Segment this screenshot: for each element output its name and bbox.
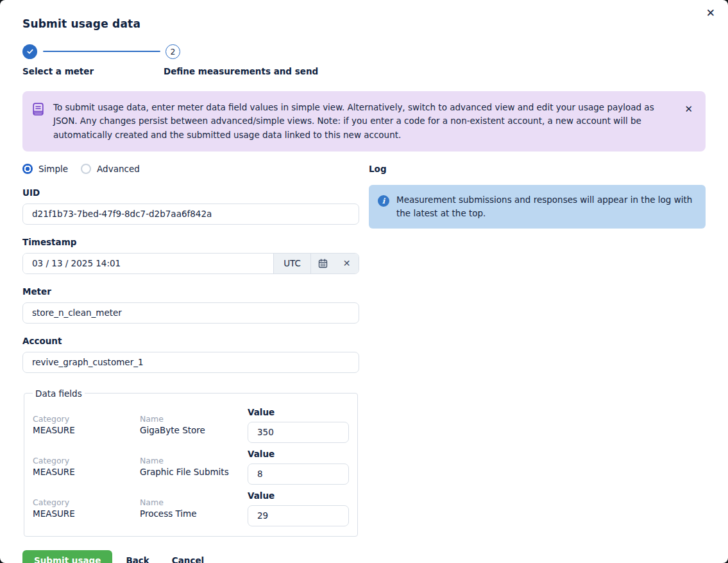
timestamp-field-group: Timestamp UTC xyxy=(22,237,359,274)
name-value: Graphic File Submits xyxy=(140,467,248,477)
cancel-button[interactable]: Cancel xyxy=(163,550,213,563)
log-info-alert: i Measurement submissions and responses … xyxy=(369,185,706,229)
timestamp-suffix: UTC ✕ xyxy=(273,254,359,273)
value-input[interactable] xyxy=(248,505,349,526)
banner-close-icon[interactable]: ✕ xyxy=(682,102,695,117)
value-label: Value xyxy=(248,407,349,417)
radio-advanced[interactable]: Advanced xyxy=(81,164,140,174)
info-banner: To submit usage data, enter meter data f… xyxy=(22,91,706,152)
radio-unselected-icon[interactable] xyxy=(81,164,91,174)
category-cell: Category MEASURE xyxy=(33,414,140,435)
category-value: MEASURE xyxy=(33,508,140,519)
uid-input[interactable] xyxy=(22,204,359,225)
timestamp-input[interactable] xyxy=(23,254,273,273)
page-title: Submit usage data xyxy=(22,0,706,30)
meter-input[interactable] xyxy=(22,302,359,324)
category-label: Category xyxy=(33,498,140,507)
value-cell: Value xyxy=(248,449,349,485)
back-button[interactable]: Back xyxy=(117,550,158,563)
clear-timestamp-icon[interactable]: ✕ xyxy=(335,254,359,273)
category-label: Category xyxy=(33,414,140,424)
submit-usage-button[interactable]: Submit usage xyxy=(22,550,112,563)
category-cell: Category MEASURE xyxy=(33,498,140,519)
value-label: Value xyxy=(248,449,349,459)
value-label: Value xyxy=(248,490,349,501)
view-toggle: Simple Advanced xyxy=(22,162,359,175)
data-field-row: Category MEASURE Name Process Time Value xyxy=(33,490,349,526)
log-column: Log i Measurement submissions and respon… xyxy=(369,162,706,563)
uid-field-group: UID xyxy=(22,187,359,225)
step-2-label: Define measurements and send xyxy=(164,66,318,76)
category-value: MEASURE xyxy=(33,425,140,435)
meter-field-group: Meter xyxy=(22,286,359,324)
category-value: MEASURE xyxy=(33,467,140,477)
timestamp-composite: UTC ✕ xyxy=(22,253,359,274)
account-label: Account xyxy=(22,336,359,346)
name-label: Name xyxy=(140,498,248,507)
step-1-label: Select a meter xyxy=(22,66,164,76)
data-fields-legend: Data fields xyxy=(33,388,85,399)
timezone-selector[interactable]: UTC xyxy=(274,254,310,273)
stepper: 2 xyxy=(22,44,706,59)
log-info-text: Measurement submissions and responses wi… xyxy=(396,193,697,220)
stepper-connector xyxy=(43,51,160,52)
timestamp-label: Timestamp xyxy=(22,237,359,247)
name-label: Name xyxy=(140,456,248,465)
radio-selected-icon[interactable] xyxy=(22,164,33,174)
data-field-row: Category MEASURE Name Graphic File Submi… xyxy=(33,449,349,485)
data-field-row: Category MEASURE Name GigaByte Store Val… xyxy=(33,407,349,443)
name-label: Name xyxy=(140,414,248,424)
name-cell: Name GigaByte Store xyxy=(140,414,248,435)
category-cell: Category MEASURE xyxy=(33,456,140,477)
log-title: Log xyxy=(369,162,706,175)
dialog-close-icon[interactable]: ✕ xyxy=(702,4,719,22)
radio-simple[interactable]: Simple xyxy=(22,164,68,174)
action-bar: Submit usage Back Cancel xyxy=(22,550,359,563)
name-cell: Name Process Time xyxy=(140,498,248,519)
value-cell: Value xyxy=(248,407,349,443)
value-input[interactable] xyxy=(248,422,349,443)
step-1-complete-icon xyxy=(22,44,37,59)
form-column: Simple Advanced UID Timestamp UTC xyxy=(22,162,359,563)
stepper-labels: Select a meter Define measurements and s… xyxy=(22,66,706,76)
account-field-group: Account xyxy=(22,336,359,373)
category-label: Category xyxy=(33,456,140,465)
banner-message: To submit usage data, enter meter data f… xyxy=(53,101,676,142)
uid-label: UID xyxy=(22,187,359,198)
name-value: GigaByte Store xyxy=(140,425,248,435)
meter-label: Meter xyxy=(22,286,359,297)
value-input[interactable] xyxy=(248,463,349,485)
info-icon: i xyxy=(378,195,389,207)
data-fields-group: Data fields Category MEASURE Name GigaBy… xyxy=(24,388,358,537)
value-cell: Value xyxy=(248,490,349,526)
account-input[interactable] xyxy=(22,352,359,373)
step-2-indicator: 2 xyxy=(165,44,180,59)
journal-icon xyxy=(31,102,45,119)
calendar-icon[interactable] xyxy=(311,254,335,273)
name-value: Process Time xyxy=(140,508,248,519)
name-cell: Name Graphic File Submits xyxy=(140,456,248,477)
submit-usage-dialog: ✕ Submit usage data 2 Select a meter Def… xyxy=(0,0,728,563)
